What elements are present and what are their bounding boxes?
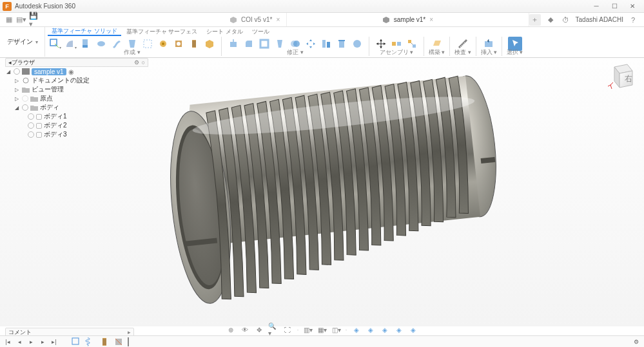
emboss-tool[interactable] <box>156 37 170 51</box>
timeline-end-button[interactable]: ▸| <box>50 338 58 346</box>
tree-node-docsettings[interactable]: ▷ ドキュメントの設定 <box>5 76 148 85</box>
visibility-icon[interactable] <box>28 113 34 120</box>
draft-tool[interactable] <box>273 37 287 51</box>
display-icon[interactable]: ▥▾ <box>303 324 313 335</box>
gear-icon <box>22 77 30 84</box>
fit-icon[interactable]: ⛶ <box>282 324 293 335</box>
timeline-settings-icon[interactable]: ⚙ <box>632 338 640 346</box>
workspace-switcher[interactable]: デザイン ▾ <box>0 27 45 57</box>
pressPull-tool[interactable] <box>226 37 240 51</box>
help-icon[interactable]: ? <box>627 14 639 26</box>
close-button[interactable]: ✕ <box>623 1 641 12</box>
revolve-tool[interactable] <box>94 37 108 51</box>
new-tab-button[interactable]: ＋ <box>529 14 541 26</box>
grid-settings-icon[interactable]: ▦▾ <box>317 324 327 335</box>
close-icon[interactable]: × <box>276 16 280 23</box>
timeline-feature-sketch[interactable] <box>71 337 81 347</box>
subtab-surface[interactable]: 基準フィーチャ サーフェス <box>122 27 202 36</box>
maximize-button[interactable]: ☐ <box>605 1 623 12</box>
collapse-icon[interactable]: ○ <box>142 59 145 66</box>
move-tool[interactable] <box>304 37 318 51</box>
model-3d-coil[interactable] <box>150 60 521 326</box>
gear-icon[interactable]: ⚙ <box>134 59 139 66</box>
tree-node-origin[interactable]: ▷ 原点 <box>5 94 148 103</box>
box-tool[interactable] <box>202 37 217 51</box>
svg-point-22 <box>23 78 28 83</box>
activate-icon[interactable]: ◉ <box>68 68 74 75</box>
visibility-icon[interactable] <box>14 68 20 75</box>
delete-tool[interactable] <box>335 37 349 51</box>
timeline-prev-button[interactable]: ◂ <box>15 338 23 346</box>
cam-icon[interactable]: ◈ <box>351 324 362 335</box>
visibility-icon[interactable] <box>28 122 34 129</box>
cam-icon[interactable]: ◈ <box>380 324 390 335</box>
grid-menu-icon[interactable]: ▦ <box>4 14 14 26</box>
form-tool[interactable] <box>63 37 77 51</box>
tab-active[interactable]: sample v1* × <box>287 13 529 26</box>
svg-point-7 <box>177 42 181 46</box>
notifications-icon[interactable]: ⏱ <box>560 14 572 26</box>
hole-tool[interactable] <box>171 37 186 51</box>
orbit-icon[interactable]: ⊕ <box>226 324 236 335</box>
shell-tool[interactable] <box>257 37 271 51</box>
ribbon-panel: 基準フィーチャ ソリッド 基準フィーチャ サーフェス シート メタル ツール <box>45 27 644 57</box>
expand-icon[interactable]: ▷ <box>15 96 20 102</box>
timeline-play-button[interactable]: ▸ <box>27 338 35 346</box>
subtab-tools[interactable]: ツール <box>248 27 273 36</box>
tree-node-body1[interactable]: ボディ1 <box>5 112 148 121</box>
timeline-next-button[interactable]: ▸ <box>39 338 46 346</box>
svg-rect-2 <box>83 45 88 48</box>
cam-icon[interactable]: ◈ <box>408 324 418 335</box>
expand-icon[interactable]: ▷ <box>15 87 20 93</box>
look-icon[interactable]: 👁 <box>240 324 250 335</box>
timeline-feature-thread[interactable] <box>99 337 110 347</box>
timeline-feature-section[interactable] <box>113 337 124 347</box>
sketch-tool[interactable] <box>48 37 62 51</box>
svg-rect-16 <box>392 42 396 46</box>
cam-icon[interactable]: ◈ <box>366 324 376 335</box>
pan-icon[interactable]: ✥ <box>254 324 264 335</box>
viewport-split-icon[interactable]: ◫▾ <box>331 324 342 335</box>
align-tool[interactable] <box>319 37 333 51</box>
visibility-icon[interactable] <box>28 131 34 138</box>
close-icon[interactable]: × <box>429 16 433 23</box>
tree-node-views[interactable]: ▷ ビュー管理 <box>5 85 148 94</box>
thread-tool[interactable] <box>187 37 201 51</box>
tree-node-bodies[interactable]: ◢ ボディ <box>5 103 148 112</box>
expand-icon[interactable]: ▷ <box>15 78 20 84</box>
extensions-icon[interactable]: ◆ <box>545 14 556 26</box>
cam-icon[interactable]: ◈ <box>394 324 404 335</box>
subtab-solid[interactable]: 基準フィーチャ ソリッド <box>48 27 121 36</box>
tab-inactive[interactable]: COI v5 v1* × <box>39 13 287 26</box>
fillet-tool[interactable] <box>242 37 256 51</box>
body-icon <box>36 123 42 129</box>
timeline-start-button[interactable]: |◂ <box>4 338 12 346</box>
viewcube-face-label: 右 <box>625 74 632 83</box>
expand-icon[interactable]: ◢ <box>6 69 12 75</box>
group-select: 選択 ▾ <box>507 37 523 57</box>
chevron-down-icon: ▾ <box>35 39 38 45</box>
timeline-feature-coil[interactable] <box>85 337 95 347</box>
viewcube[interactable]: 右 <box>607 62 635 90</box>
rib-tool[interactable] <box>141 37 155 51</box>
expand-icon[interactable]: ◢ <box>15 105 20 111</box>
separator <box>221 37 222 56</box>
appearance-tool[interactable] <box>350 37 364 51</box>
user-name[interactable]: Tadashi ADACHI <box>576 16 623 23</box>
data-panel-icon[interactable]: ▤▾ <box>16 14 26 26</box>
svg-rect-19 <box>413 44 416 48</box>
tree-node-body2[interactable]: ボディ2 <box>5 121 148 130</box>
sweep-tool[interactable] <box>110 37 124 51</box>
tree-node-body3[interactable]: ボディ3 <box>5 130 148 139</box>
extrude-tool[interactable] <box>79 37 93 51</box>
visibility-icon[interactable] <box>22 104 28 111</box>
visibility-icon[interactable] <box>22 95 28 102</box>
group-inspect: 検査 ▾ <box>454 37 471 57</box>
timeline-marker[interactable] <box>128 337 129 346</box>
zoom-icon[interactable]: 🔍▾ <box>268 324 278 335</box>
tree-root[interactable]: ◢ sample v1 ◉ <box>5 67 148 76</box>
minimize-button[interactable]: ─ <box>587 1 605 12</box>
browser-panel-header[interactable]: ◂ ブラウザ ⚙ ○ <box>5 58 148 67</box>
subtab-sheetmetal[interactable]: シート メタル <box>202 27 247 36</box>
save-icon[interactable]: 💾▾ <box>29 14 39 26</box>
